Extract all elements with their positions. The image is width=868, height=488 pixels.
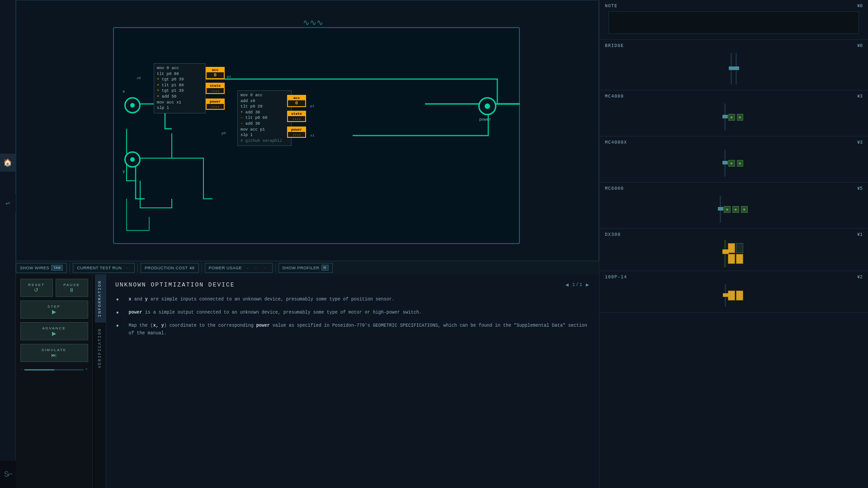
mc4000-label: MC4000 [605, 94, 624, 99]
mc4000-slider[interactable] [724, 103, 726, 131]
note-cost: ¥0 [857, 4, 863, 9]
x1-label: x1 [310, 133, 315, 137]
mc6000-item: MC6000 ¥5 ■ ■ ■ [599, 183, 868, 229]
show-profiler-button[interactable]: SHOW PROFILER R [278, 263, 333, 273]
bridge-slider-right[interactable] [736, 53, 737, 84]
r-code-line-9: # github seraphli [241, 138, 288, 144]
tab-verification[interactable]: VERIFICATION [95, 322, 106, 374]
production-cost-button[interactable]: PRODUCTION COST ¥6 [141, 263, 199, 273]
left-sidebar: 🏠 ↩ S⌐ [0, 0, 16, 488]
code-block-right[interactable]: mov 0 acc add x0 tlt p0 20 + add 30 - tl… [237, 90, 292, 146]
separator-2 [137, 263, 138, 272]
code-line-8: slp 1 [157, 105, 203, 111]
note-display [609, 11, 859, 34]
bridge-slider-left[interactable] [731, 53, 732, 84]
p100-item: 100P-14 ¥2 [599, 271, 868, 313]
node-y[interactable] [124, 151, 141, 168]
bridge-label: BRIDGE [605, 43, 624, 48]
power-usage-button[interactable]: POWER USAGE - - - [205, 263, 273, 273]
mc4000x-chip-1: ■ [728, 160, 735, 167]
mc6000-label: MC6000 [605, 186, 624, 191]
bullet-2: • power is a simple output connected to … [115, 309, 590, 317]
p1-label-left: p1 [227, 75, 231, 79]
mc6000-slider[interactable] [720, 196, 721, 223]
r-code-line-1: mov 0 acc [241, 93, 288, 99]
r-code-line-8: slp 1 [241, 132, 288, 138]
p100-chip-2 [736, 291, 743, 300]
bullet-3: • Map the (x, y) coordinate to the corre… [115, 322, 590, 337]
current-test-run-button[interactable]: CURRENT TEST RUN - [73, 263, 135, 273]
mc6000-header: MC6000 ¥5 [605, 186, 863, 191]
bridge-item: BRIDGE ¥0 [599, 40, 868, 90]
circuit-frame: ∿∿∿ [113, 27, 520, 244]
code-line-7: mov acc x1 [157, 100, 203, 106]
prev-page[interactable]: ◀ [566, 282, 570, 288]
node-y-label: y [123, 169, 125, 174]
tab-information[interactable]: INFORMATION [95, 274, 106, 322]
mc6000-cost: ¥5 [857, 186, 863, 191]
profiler-key: R [321, 265, 329, 271]
note-label: NOTE [605, 4, 618, 9]
next-page[interactable]: ▶ [586, 282, 590, 288]
p100-cost: ¥2 [857, 275, 863, 280]
mc6000-chip-1: ■ [724, 206, 731, 213]
advance-button[interactable]: ADVANCE ▶ [20, 322, 88, 340]
r-code-line-7: mov acc p1 [241, 127, 288, 133]
node-x[interactable] [124, 97, 141, 113]
dx300-cost: ¥1 [857, 232, 863, 237]
home-button[interactable]: 🏠 [0, 154, 16, 172]
mc6000-chip-2: ■ [732, 206, 739, 213]
device-title: UNKNOWN OPTIMIZATION DEVICE ◀ 1/1 ▶ [115, 282, 590, 288]
power-value-left: ---- [207, 104, 224, 109]
pagination-control: ◀ 1/1 ▶ [566, 282, 590, 288]
separator-4 [275, 263, 276, 272]
p100-slider[interactable] [725, 284, 726, 307]
r-code-line-4: + add 30 [241, 110, 288, 116]
mc4000x-chip-2: ■ [737, 160, 744, 167]
mc4000x-item: MC4000X ¥3 ■ ■ [599, 136, 868, 183]
code-line-1: mov 0 acc [157, 66, 203, 71]
r-code-line-3: tlt p0 20 [241, 104, 288, 110]
dx300-track[interactable] [724, 240, 726, 267]
simulate-button[interactable]: SIMULATE ⏭ [20, 344, 88, 362]
dx300-chip-3 [728, 254, 735, 264]
right-panel: NOTE ¥0 BRIDGE ¥0 MC4000 ¥3 [599, 0, 868, 488]
note-header: NOTE ¥0 [605, 4, 863, 9]
state-box-left: state ---- [206, 83, 225, 94]
dx300-header: DX300 ¥1 [605, 232, 863, 237]
show-wires-key: TAB [51, 265, 63, 271]
dx300-chip-1 [728, 243, 735, 253]
r-code-line-2: add x0 [241, 99, 288, 104]
show-wires-button[interactable]: SHOW WIRES TAB [16, 263, 67, 273]
mc6000-chip-3: ■ [741, 206, 748, 213]
volume-control[interactable]: - + [20, 367, 88, 372]
mc4000-header: MC4000 ¥3 [605, 94, 863, 99]
node-power[interactable] [478, 97, 496, 115]
note-item: NOTE ¥0 [599, 0, 868, 40]
volume-track[interactable] [24, 369, 83, 371]
coil-decoration: ∿∿∿ [295, 19, 331, 26]
code-line-6: + add 50 [157, 94, 203, 100]
p100-chip-1 [728, 291, 735, 300]
pause-button[interactable]: PAUSE ⏸ [56, 279, 88, 297]
simulate-icon: ⏭ [51, 352, 57, 358]
step-button[interactable]: STEP ▶ [20, 300, 88, 319]
p100-header: 100P-14 ¥2 [605, 275, 863, 280]
power-output-label: power [479, 117, 491, 122]
pause-icon: ⏸ [69, 287, 75, 293]
information-content: UNKNOWN OPTIMIZATION DEVICE ◀ 1/1 ▶ • x … [106, 274, 599, 488]
reset-pause-row: RESET ↺ PAUSE ⏸ [20, 279, 88, 297]
r-code-line-6: - add 30 [241, 121, 288, 127]
mc4000x-header: MC4000X ¥3 [605, 140, 863, 145]
reset-button[interactable]: RESET ↺ [20, 279, 53, 297]
tabs-container: INFORMATION VERIFICATION UNKNOWN OPTIMIZ… [95, 274, 599, 488]
p0-label: p0 [222, 131, 226, 135]
undo-button[interactable]: ↩ [0, 194, 16, 212]
mc4000x-slider[interactable] [724, 150, 726, 177]
mc4000-chip-2: ■ [737, 114, 744, 121]
code-block-left[interactable]: mov 0 acc tlt p0 80 + tgt p0 39 + tlt p1… [154, 63, 206, 113]
mc4000x-label: MC4000X [605, 140, 627, 145]
bridge-cost: ¥0 [857, 43, 863, 48]
p100-chips [728, 291, 743, 300]
production-cost-val: ¥6 [190, 266, 195, 270]
